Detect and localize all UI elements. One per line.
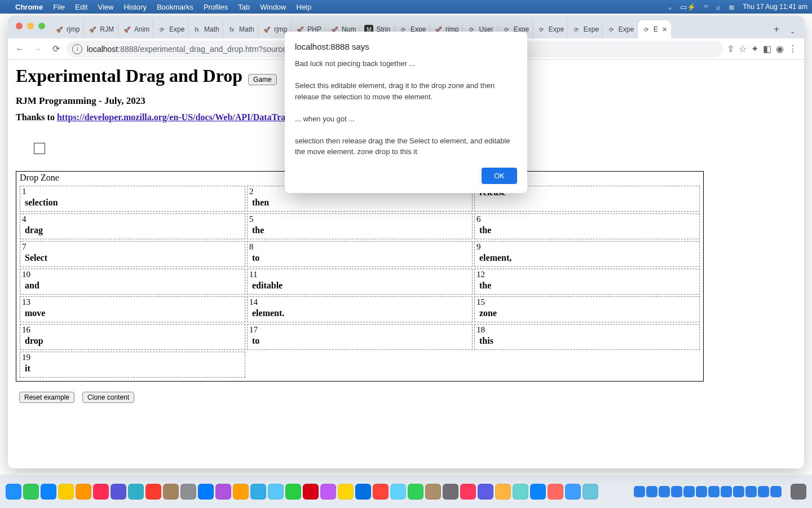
dock-app-icon[interactable] — [285, 484, 301, 500]
dock-minimized-window[interactable] — [733, 486, 744, 497]
dock-minimized-window[interactable] — [646, 486, 657, 497]
dock-app-icon[interactable] — [128, 484, 144, 500]
dock-app-icon[interactable] — [443, 484, 458, 500]
dock-app-icon[interactable] — [250, 484, 266, 500]
dropzone-cell[interactable]: 8to — [247, 241, 473, 267]
dropzone-cell[interactable]: 16drop — [20, 324, 245, 350]
battery-icon[interactable]: ▭⚡ — [680, 3, 696, 11]
sidepanel-icon[interactable]: ◧ — [763, 43, 771, 54]
zoom-window-button[interactable] — [38, 23, 45, 29]
dropzone-cell[interactable]: 14element. — [247, 296, 473, 322]
browser-tab[interactable]: ⟳Expe — [568, 20, 603, 38]
dropzone-cell[interactable]: 9element, — [474, 241, 700, 267]
dock-app-icon[interactable] — [373, 484, 389, 500]
dropzone-cell[interactable]: 13move — [20, 296, 245, 322]
dock-app-icon[interactable] — [408, 484, 423, 500]
dropzone-cell[interactable]: 7Select — [20, 241, 245, 267]
dock-app-icon[interactable] — [93, 484, 109, 500]
dock-app-icon[interactable] — [76, 484, 91, 500]
back-button[interactable]: ← — [12, 42, 27, 56]
browser-tab[interactable]: ⟳Expe — [153, 20, 188, 38]
dropzone-cell[interactable]: 15zone — [474, 296, 700, 322]
clone-button[interactable]: Clone content — [82, 392, 134, 403]
dropzone-cell[interactable]: 17to — [247, 324, 473, 350]
dropzone-cell[interactable]: 1selection — [20, 186, 245, 212]
dock-app-icon[interactable] — [58, 484, 74, 500]
show-all-tabs-button[interactable]: ⌄ — [784, 28, 801, 38]
menubar-tab[interactable]: Tab — [238, 3, 250, 11]
control-center-icon[interactable]: ≣ — [729, 3, 735, 11]
dropzone-cell[interactable]: 11editable — [247, 269, 473, 295]
close-tab-icon[interactable]: ✕ — [662, 26, 667, 33]
dock-app-icon[interactable] — [355, 484, 371, 500]
dock-minimized-window[interactable] — [634, 486, 645, 497]
dock-app-icon[interactable] — [390, 484, 406, 500]
dropzone-cell[interactable]: 19it — [20, 352, 245, 378]
wifi-icon[interactable]: ⌔ — [704, 3, 708, 11]
dock-app-icon[interactable] — [530, 484, 546, 500]
dock-minimized-window[interactable] — [708, 486, 720, 497]
dock-app-icon[interactable] — [180, 484, 196, 500]
dock-app-icon[interactable] — [582, 484, 598, 500]
dropzone-cell[interactable]: 12the — [474, 269, 700, 295]
profile-icon[interactable]: ◉ — [776, 43, 784, 54]
dock-app-icon[interactable] — [23, 484, 39, 500]
dock-app-icon[interactable] — [548, 484, 563, 500]
menubar-window[interactable]: Window — [260, 3, 286, 11]
dock-minimized-window[interactable] — [721, 486, 732, 497]
reset-button[interactable]: Reset example — [19, 392, 74, 403]
menubar-profiles[interactable]: Profiles — [204, 3, 228, 11]
browser-tab[interactable]: ⟳E✕ — [638, 20, 671, 38]
menubar-history[interactable]: History — [123, 3, 146, 11]
dock-app-icon[interactable] — [513, 484, 528, 500]
dock-minimized-window[interactable] — [696, 486, 707, 497]
dropzone-cell[interactable]: 5the — [247, 213, 473, 239]
thanks-link[interactable]: https://developer.mozilla.org/en-US/docs… — [57, 112, 290, 122]
dock-app-icon[interactable] — [163, 484, 179, 500]
browser-tab[interactable]: fxMath — [188, 20, 223, 38]
browser-tab[interactable]: 🚀RJM — [84, 20, 118, 38]
dropzone-cell[interactable]: 6the — [474, 213, 700, 239]
menubar-file[interactable]: File — [53, 3, 65, 11]
dock-app-icon[interactable] — [233, 484, 249, 500]
menubar-bookmarks[interactable]: Bookmarks — [157, 3, 193, 11]
dock-trash-icon[interactable] — [791, 484, 806, 500]
browser-tab[interactable]: 🚀rjmp — [51, 20, 84, 38]
minimize-window-button[interactable] — [27, 23, 34, 29]
menubar-appname[interactable]: Chrome — [15, 3, 43, 11]
bookmark-icon[interactable]: ☆ — [739, 43, 747, 54]
dock-app-icon[interactable] — [425, 484, 441, 500]
dock-minimized-window[interactable] — [683, 486, 695, 497]
close-window-button[interactable] — [16, 23, 23, 29]
dock-minimized-window[interactable] — [659, 486, 670, 497]
alert-ok-button[interactable]: OK — [482, 168, 517, 184]
dock-app-icon[interactable] — [303, 484, 319, 500]
menubar-edit[interactable]: Edit — [75, 3, 87, 11]
spotlight-icon[interactable]: ⌕ — [716, 3, 721, 11]
chrome-menu-icon[interactable]: ⋮ — [788, 43, 797, 54]
menubar-help[interactable]: Help — [297, 3, 312, 11]
new-tab-button[interactable]: + — [769, 24, 784, 38]
dock-minimized-window[interactable] — [770, 486, 782, 497]
dropzone-cell[interactable]: 18this — [474, 324, 700, 350]
site-info-icon[interactable]: i — [72, 44, 82, 54]
dock-app-icon[interactable] — [478, 484, 493, 500]
share-icon[interactable]: ⇪ — [727, 43, 734, 54]
browser-tab[interactable]: fxMath — [223, 20, 258, 38]
dock-app-icon[interactable] — [6, 484, 21, 500]
drop-zone[interactable]: Drop Zone 1selection2thenrelease4drag5th… — [16, 171, 704, 382]
dock-app-icon[interactable] — [320, 484, 336, 500]
menubar-clock[interactable]: Thu 17 Aug 11:41 am — [743, 3, 807, 11]
menubar-view[interactable]: View — [98, 3, 113, 11]
forward-button[interactable]: → — [30, 42, 45, 56]
browser-tab[interactable]: ⟳Expe — [603, 20, 638, 38]
dropzone-cell[interactable]: 4drag — [20, 213, 245, 239]
dock-app-icon[interactable] — [338, 484, 354, 500]
dropzone-cell[interactable]: 10and — [20, 269, 245, 295]
dock-app-icon[interactable] — [495, 484, 511, 500]
dock-app-icon[interactable] — [145, 484, 161, 500]
dock-app-icon[interactable] — [198, 484, 214, 500]
dock-app-icon[interactable] — [460, 484, 476, 500]
extensions-icon[interactable]: ✦ — [751, 43, 758, 54]
bluetooth-icon[interactable]: ⌵ — [668, 3, 672, 11]
